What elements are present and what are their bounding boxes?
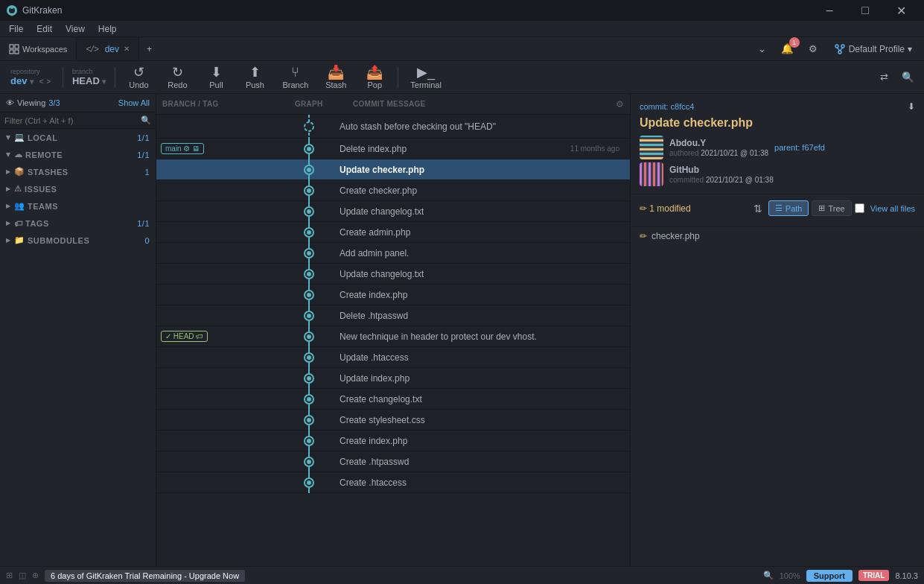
svg-point-58 xyxy=(307,439,311,443)
commit-time: 11 months ago xyxy=(570,145,625,153)
table-row[interactable]: Update changelog.txt xyxy=(156,264,630,285)
sort-btn[interactable]: ⇅ xyxy=(751,201,765,216)
add-tab-btn[interactable]: + xyxy=(139,37,159,60)
commit-id-line: commit: c8fcc4 ⬇ xyxy=(640,101,915,112)
redo-btn[interactable]: ↻ Redo xyxy=(159,63,196,92)
path-label: Path xyxy=(786,204,803,213)
settings-btn[interactable]: ⚙ xyxy=(803,39,823,60)
download-icon[interactable]: ⬇ xyxy=(908,101,915,112)
minimize-btn[interactable]: – xyxy=(812,0,847,21)
branch-dropdown[interactable]: ▾ xyxy=(102,77,106,86)
tab-dropdown-btn[interactable]: ⌄ xyxy=(752,39,773,60)
repo-dropdown[interactable]: ▾ xyxy=(30,77,34,86)
file-item[interactable]: ✏ checker.php xyxy=(631,227,924,245)
menu-view[interactable]: View xyxy=(60,22,91,36)
pull-btn[interactable]: ⬇ Pull xyxy=(197,63,235,92)
sidebar-section-submodules[interactable]: ▸ 📁 SUBMODULES 0 xyxy=(0,232,156,249)
filter-bar: 🔍 xyxy=(0,112,156,129)
sidebar: 👁 Viewing 3/3 Show All 🔍 ▾ 💻 LOCAL 1/1 ▾… xyxy=(0,94,156,566)
commit-message: Auto stash before checking out "HEAD" xyxy=(340,121,496,132)
sidebar-section-stashes[interactable]: ▸ 📦 STASHES 1 xyxy=(0,163,156,180)
right-panel-header: commit: c8fcc4 ⬇ Update checker.php Abdo… xyxy=(631,94,924,194)
view-all-files-label[interactable]: View all files xyxy=(855,203,915,213)
workspace-icon xyxy=(9,44,19,54)
trial-text[interactable]: 6 days of GitKraken Trial Remaining - Up… xyxy=(45,570,245,582)
sidebar-section-remote[interactable]: ▾ ☁ REMOTE 1/1 xyxy=(0,146,156,163)
local-count: 1/1 xyxy=(137,133,150,142)
svg-point-8 xyxy=(841,45,844,48)
menu-file[interactable]: File xyxy=(3,22,29,36)
head-tag: ✓ HEAD 🏷 xyxy=(161,331,208,342)
close-btn[interactable]: ✕ xyxy=(884,0,918,21)
undo-btn[interactable]: ↺ Undo xyxy=(120,63,157,92)
author-avatar-2 xyxy=(640,162,663,186)
stash-btn[interactable]: 📥 Stash xyxy=(317,63,354,92)
table-row[interactable]: Update index.php xyxy=(156,368,630,389)
active-tab[interactable]: </> dev ✕ xyxy=(77,37,139,60)
pop-btn[interactable]: 📤 Pop xyxy=(356,63,393,92)
table-row[interactable]: Update checker.php xyxy=(156,159,630,180)
tree-icon: ⊞ xyxy=(818,203,825,213)
sidebar-section-issues[interactable]: ▸ ⚠ ISSUES xyxy=(0,180,156,197)
author-date-inline-2: 2021/10/21 @ 01:38 xyxy=(706,176,774,184)
tab-nav-right: ⌄ 🔔 1 ⚙ Default Profile ▾ xyxy=(746,37,924,60)
view-tree-btn[interactable]: ⊞ Tree xyxy=(812,200,851,216)
view-path-btn[interactable]: ☰ Path xyxy=(768,200,809,216)
filter-input[interactable] xyxy=(4,116,138,125)
table-row[interactable]: Create checker.php xyxy=(156,180,630,201)
table-row[interactable]: Create changelog.txt xyxy=(156,389,630,410)
svg-point-7 xyxy=(835,45,838,48)
sidebar-section-teams[interactable]: ▸ 👥 TEAMS xyxy=(0,197,156,215)
table-row[interactable]: Create index.php xyxy=(156,285,630,305)
tab-close-btn[interactable]: ✕ xyxy=(124,45,130,53)
push-btn[interactable]: ⬆ Push xyxy=(236,63,273,92)
table-row[interactable]: main ⚙ 🖥 Delete index.php 11 months ago xyxy=(156,139,630,159)
tags-label: TAGS xyxy=(25,219,49,228)
table-row[interactable]: Create admin.php xyxy=(156,222,630,243)
viewing-count: 3/3 xyxy=(48,98,60,107)
table-row[interactable]: Create index.php xyxy=(156,431,630,451)
submodules-label: SUBMODULES xyxy=(28,236,89,245)
commit-message: Create index.php xyxy=(340,436,407,446)
sidebar-section-local[interactable]: ▾ 💻 LOCAL 1/1 xyxy=(0,129,156,146)
table-row[interactable]: Update changelog.txt xyxy=(156,201,630,222)
sidebar-section-tags[interactable]: ▸ 🏷 TAGS 1/1 xyxy=(0,215,156,232)
remote-icon: ☁ xyxy=(14,150,23,159)
commit-branch-cell: main ⚙ 🖥 xyxy=(156,143,283,154)
maximize-btn[interactable]: □ xyxy=(848,0,882,21)
swap-view-btn[interactable]: ⇄ xyxy=(873,67,894,88)
path-icon: ☰ xyxy=(775,203,783,213)
commit-msg-cell: Create checker.php xyxy=(335,185,630,196)
branch-btn[interactable]: ⑂ Branch xyxy=(275,63,316,92)
search-btn[interactable]: 🔍 xyxy=(897,67,918,88)
profile-btn[interactable]: Default Profile ▾ xyxy=(828,43,918,55)
show-all-link[interactable]: Show All xyxy=(118,98,150,107)
menu-edit[interactable]: Edit xyxy=(31,22,58,36)
svg-rect-3 xyxy=(10,45,13,48)
file-modified-icon: ✏ xyxy=(640,231,647,241)
repo-nav-left[interactable]: < xyxy=(39,77,44,86)
table-row[interactable]: Delete .htpasswd xyxy=(156,305,630,326)
workspaces-label: Workspaces xyxy=(22,45,67,54)
support-btn[interactable]: Support xyxy=(806,570,853,582)
workspaces-btn[interactable]: Workspaces xyxy=(0,37,77,60)
svg-point-13 xyxy=(305,122,313,131)
stash-icon: 📥 xyxy=(328,66,344,79)
git-icon xyxy=(834,43,846,55)
table-row[interactable]: Create .htpasswd xyxy=(156,451,630,472)
commit-list-header: BRANCH / TAG GRAPH COMMIT MESSAGE ⚙ xyxy=(156,94,630,115)
terminal-btn[interactable]: ▶_ Terminal xyxy=(403,63,449,92)
table-row[interactable]: Add admin panel. xyxy=(156,243,630,264)
terminal-label: Terminal xyxy=(410,80,442,89)
svg-point-37 xyxy=(307,293,311,297)
table-row[interactable]: ✓ HEAD 🏷 New technique in header to prot… xyxy=(156,326,630,347)
commit-settings-icon[interactable]: ⚙ xyxy=(616,99,624,110)
table-row[interactable]: Create stylesheet.css xyxy=(156,410,630,431)
table-row[interactable]: Update .htaccess xyxy=(156,347,630,368)
table-row[interactable]: Auto stash before checking out "HEAD" xyxy=(156,115,630,139)
view-all-files-checkbox[interactable] xyxy=(855,203,864,213)
repo-nav-right[interactable]: > xyxy=(46,77,51,86)
branch-tag-main: main ⚙ 🖥 xyxy=(161,143,204,154)
table-row[interactable]: Create .htaccess xyxy=(156,472,630,493)
menu-help[interactable]: Help xyxy=(92,22,123,36)
